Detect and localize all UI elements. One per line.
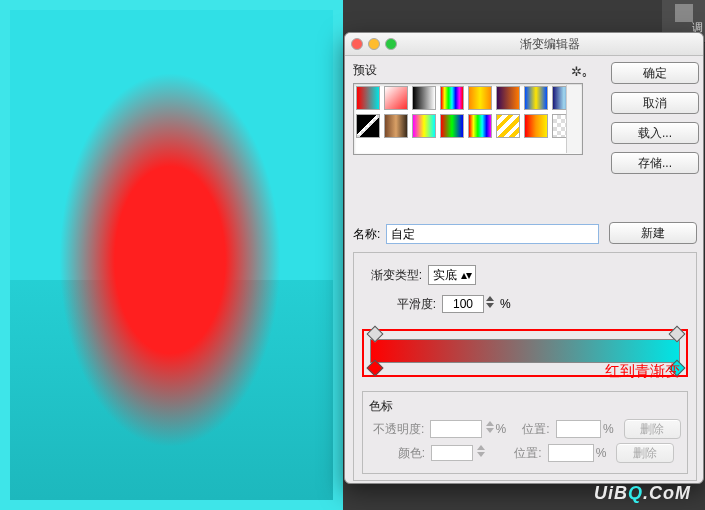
preset-swatch[interactable] [496,114,520,138]
color-label: 颜色: [369,445,425,462]
gradient-name-input[interactable] [386,224,599,244]
smoothness-stepper[interactable] [484,295,496,313]
preset-swatch[interactable] [496,86,520,110]
opacity-stop-right[interactable] [671,328,681,340]
minimize-icon[interactable] [368,38,380,50]
save-button[interactable]: 存储... [611,152,699,174]
position-label: 位置: [516,421,550,438]
stops-group-label: 色标 [369,398,681,415]
dialog-button-column: 确定 取消 载入... 存储... [611,62,697,182]
preset-swatch[interactable] [412,86,436,110]
gradient-ramp[interactable] [370,339,680,363]
name-label: 名称: [353,226,380,243]
adjustments-icon[interactable] [675,4,693,22]
opacity-stepper [484,420,496,438]
opacity-input [430,420,481,438]
delete-color-stop-button: 删除 [616,443,674,463]
opacity-stop-row: 不透明度: % 位置: % 删除 [369,419,681,439]
duotone-photo [10,10,333,500]
preset-scrollbar[interactable] [566,85,581,153]
smoothness-input[interactable]: 100 [442,295,484,313]
gradient-definition-section: 渐变类型: 实底 ▴▾ 平滑度: 100 % [353,252,697,481]
gradient-editor-dialog: 渐变编辑器 预设 ✲｡ [344,32,704,484]
preset-swatch[interactable] [440,86,464,110]
annotation-highlight: 红到青渐变 [362,329,688,377]
gradient-ramp-area: 红到青渐变 [362,329,688,377]
presets-label: 预设 [353,63,377,77]
chevron-updown-icon: ▴▾ [461,268,471,282]
preset-swatch[interactable] [440,114,464,138]
position-label: 位置: [508,445,542,462]
delete-opacity-stop-button: 删除 [624,419,681,439]
titlebar[interactable]: 渐变编辑器 [345,33,703,56]
dialog-content: 预设 ✲｡ 确定 [345,56,703,484]
name-row: 名称: [353,224,599,244]
preset-swatch-grid[interactable] [353,83,583,155]
color-stop-row: 颜色: % 位置: % 删除 [369,443,681,463]
load-button[interactable]: 载入... [611,122,699,144]
presets-section: 预设 ✲｡ [353,62,595,155]
gear-icon[interactable]: ✲｡ [571,64,589,79]
color-stop-left[interactable] [369,362,379,374]
percent-unit: % [603,422,614,436]
preset-swatch[interactable] [468,114,492,138]
preset-swatch[interactable] [524,114,548,138]
preset-swatch[interactable] [468,86,492,110]
gradient-type-select[interactable]: 实底 ▴▾ [428,265,476,285]
smoothness-unit: % [500,297,511,311]
preset-swatch[interactable] [356,114,380,138]
color-position-input [548,444,594,462]
opacity-position-input [556,420,601,438]
gradient-type-value: 实底 [433,267,457,284]
gradient-type-row: 渐变类型: 实底 ▴▾ [362,265,688,285]
gradient-type-label: 渐变类型: [362,267,422,284]
preset-swatch[interactable] [384,114,408,138]
annotation-text: 红到青渐变 [605,362,680,381]
zoom-icon[interactable] [385,38,397,50]
new-button[interactable]: 新建 [609,222,697,244]
ok-button[interactable]: 确定 [611,62,699,84]
percent-unit: % [596,446,607,460]
stops-group: 色标 不透明度: % 位置: % 删除 颜色: % 位置: [362,391,688,474]
preset-swatch[interactable] [524,86,548,110]
preset-swatch[interactable] [384,86,408,110]
opacity-label: 不透明度: [369,421,424,438]
cancel-button[interactable]: 取消 [611,92,699,114]
watermark: UiBQ.CoM [594,483,691,504]
color-stepper [475,444,487,462]
smoothness-label: 平滑度: [362,296,436,313]
preset-swatch[interactable] [412,114,436,138]
document-canvas [0,0,343,510]
smoothness-row: 平滑度: 100 % [362,295,688,313]
preset-swatch[interactable] [356,86,380,110]
percent-unit: % [495,422,506,436]
dialog-title: 渐变编辑器 [402,36,697,53]
color-well [431,445,473,461]
close-icon[interactable] [351,38,363,50]
opacity-stop-left[interactable] [369,328,379,340]
